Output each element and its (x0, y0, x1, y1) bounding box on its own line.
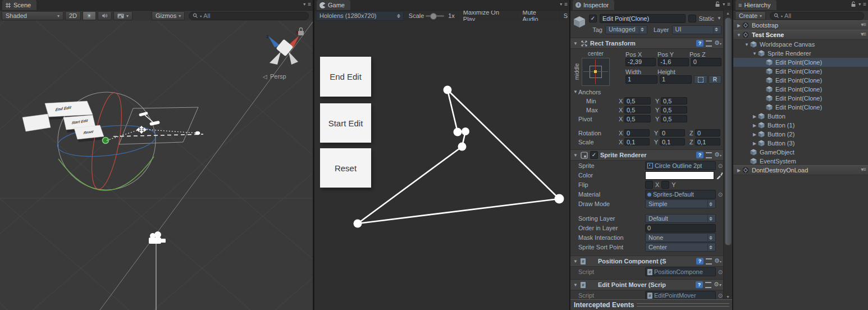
gear-icon[interactable]: ⚙▾ (714, 281, 721, 289)
component-enabled-checkbox[interactable]: ✓ (590, 151, 598, 159)
scroll-up-icon[interactable]: ▲ (724, 11, 732, 15)
audio-toggle-button[interactable] (98, 11, 112, 20)
width-field[interactable]: 1 (625, 75, 657, 84)
preset-icon[interactable] (705, 282, 711, 288)
hierarchy-item-button-1[interactable]: ▶Button (1) (733, 121, 868, 130)
start-edit-button[interactable]: Start Edit (320, 103, 371, 143)
hierarchy-item-dontdestroyonload[interactable]: ▶DontDestroyOnLoad▾≡ (733, 165, 868, 175)
flip-x-checkbox[interactable] (645, 181, 653, 189)
fold-down-icon[interactable]: ▼ (573, 89, 578, 94)
tab-inspector[interactable]: i Inspector (573, 0, 614, 10)
scale-x-field[interactable]: 0,1 (624, 138, 650, 145)
hierarchy-item-sprite-renderer[interactable]: ▼Sprite Renderer (733, 49, 868, 58)
scale-slider-knob[interactable] (430, 13, 437, 20)
polygon-nodes[interactable] (354, 86, 564, 228)
inspector-scrollbar[interactable]: ▲ ▼ (723, 10, 732, 300)
tab-menu-icon[interactable]: ≡ (564, 1, 567, 7)
fold-down-icon[interactable]: ▼ (573, 282, 578, 288)
layer-dropdown[interactable]: UI (672, 25, 721, 34)
hierarchy-item-bootstrap[interactable]: ▶Bootstrap▾≡ (733, 20, 868, 30)
fold-down-icon[interactable]: ▼ (751, 51, 758, 56)
sprite-renderer-header[interactable]: ▼ ✓ Sprite Renderer ? ⚙▾ (570, 149, 724, 161)
edit-point-node[interactable] (458, 143, 467, 151)
tab-dropdown-icon[interactable]: ▾ (303, 2, 305, 7)
fold-down-icon[interactable]: ▼ (573, 41, 578, 46)
maximize-on-play-button[interactable]: Maximize On Play (458, 11, 516, 21)
fold-right-icon[interactable]: ▶ (735, 168, 742, 173)
fold-right-icon[interactable]: ▶ (751, 132, 758, 137)
scene-search-input[interactable]: ▾ All (189, 12, 309, 20)
mask-interaction-dropdown[interactable]: None (645, 233, 716, 242)
anchor-max-x-field[interactable]: 0,5 (624, 106, 651, 113)
hierarchy-item-eventsystem[interactable]: EventSystem (733, 157, 868, 166)
hierarchy-item-worldspace-canvas[interactable]: ▼Worldspace Canvas (733, 40, 868, 49)
fold-down-icon[interactable]: ▼ (743, 42, 750, 47)
lighting-toggle-button[interactable]: ☀ (83, 11, 96, 20)
preset-icon[interactable] (706, 40, 712, 47)
hierarchy-item-edit-point-clone[interactable]: Edit Point(Clone) (733, 85, 868, 94)
preset-icon[interactable] (706, 258, 712, 265)
eyedropper-icon[interactable] (716, 172, 724, 179)
hierarchy-item-edit-point-clone[interactable]: Edit Point(Clone) (733, 58, 868, 67)
static-checkbox[interactable] (688, 15, 696, 22)
material-object-field[interactable]: Sprites-Default (645, 190, 716, 199)
create-button[interactable]: Create ▾ (735, 11, 766, 20)
rotation-x-field[interactable]: 0 (624, 129, 650, 136)
tab-hierarchy[interactable]: ≡ Hierarchy (735, 0, 776, 10)
preset-icon[interactable] (706, 152, 712, 158)
stats-button[interactable]: S (559, 11, 568, 21)
intercepted-events-bar[interactable]: Intercepted Events (570, 299, 732, 310)
position-component-header[interactable]: ▼ # Position Component (S ? ⚙▾ (570, 256, 724, 267)
rotation-z-field[interactable]: 0 (695, 129, 720, 136)
tab-menu-icon[interactable]: ≡ (863, 1, 866, 7)
active-checkbox[interactable]: ✓ (589, 15, 597, 22)
gear-icon[interactable]: ⚙▾ (714, 257, 721, 265)
scene-row-menu-icon[interactable]: ▾≡ (861, 21, 866, 28)
tag-dropdown[interactable]: Untagged (605, 25, 647, 34)
height-field[interactable]: 1 (660, 75, 692, 84)
color-swatch[interactable] (645, 171, 714, 180)
script-object-field[interactable]: # EditPointMover (645, 291, 716, 300)
anchor-max-y-field[interactable]: 0,5 (661, 106, 687, 113)
pivot-y-field[interactable]: 0,5 (661, 115, 687, 122)
edit-point-node[interactable] (444, 86, 452, 94)
edit-point-node[interactable] (354, 220, 362, 228)
hierarchy-item-button-2[interactable]: ▶Button (2) (733, 130, 868, 139)
scale-slider[interactable] (426, 15, 444, 17)
anchor-min-y-field[interactable]: 0,5 (661, 97, 687, 104)
scrollbar-thumb[interactable] (725, 17, 732, 245)
sprite-object-field[interactable]: Circle Outline 2pt (645, 161, 716, 170)
hierarchy-item-edit-point-clone[interactable]: Edit Point(Clone) (733, 67, 868, 76)
scale-y-field[interactable]: 0,1 (660, 138, 685, 145)
toggle-2d-button[interactable]: 2D (65, 11, 81, 20)
hierarchy-search-input[interactable]: ▾ All (770, 12, 864, 20)
hierarchy-item-button-3[interactable]: ▶Button (3) (733, 139, 868, 148)
fold-down-icon[interactable]: ▼ (573, 153, 578, 158)
static-dropdown-icon[interactable]: ▼ (717, 16, 721, 21)
lock-icon[interactable] (715, 1, 720, 7)
lock-icon[interactable] (851, 1, 856, 7)
hierarchy-item-gameobject[interactable]: GameObject (733, 148, 868, 157)
gizmos-dropdown[interactable]: Gizmos ▾ (152, 11, 185, 20)
reset-button[interactable]: Reset (320, 148, 371, 188)
hierarchy-item-button[interactable]: ▶Button (733, 112, 868, 121)
hierarchy-item-edit-point-clone[interactable]: Edit Point(Clone) (733, 103, 868, 112)
edit-point-node[interactable] (454, 128, 462, 136)
sorting-layer-dropdown[interactable]: Default (645, 214, 716, 223)
script-object-field[interactable]: # PositionCompone (645, 267, 716, 276)
order-in-layer-field[interactable]: 0 (645, 224, 716, 233)
fold-right-icon[interactable]: ▶ (751, 123, 758, 128)
pos-z-field[interactable]: 0 (691, 58, 721, 66)
draw-mode-dropdown[interactable]: Simple (645, 199, 716, 208)
edit-point-node[interactable] (555, 194, 564, 204)
tab-dropdown-icon[interactable]: ▾ (723, 2, 725, 7)
rect-transform-header[interactable]: ▼ Rect Transform ? ⚙▾ (570, 38, 724, 49)
tab-scene[interactable]: Scene (2, 0, 36, 10)
scene-row-menu-icon[interactable]: ▾≡ (861, 166, 866, 172)
gear-icon[interactable]: ⚙▾ (714, 151, 721, 159)
resolution-dropdown[interactable]: Hololens (1280x720) (316, 11, 404, 21)
edit-point-mover-header[interactable]: ▼ # Edit Point Mover (Scrip ? ⚙▾ (570, 279, 724, 290)
hierarchy-item-test-scene[interactable]: ▼Test Scene▾≡ (733, 30, 868, 40)
help-icon[interactable]: ? (696, 152, 703, 158)
flip-y-checkbox[interactable] (661, 181, 669, 189)
